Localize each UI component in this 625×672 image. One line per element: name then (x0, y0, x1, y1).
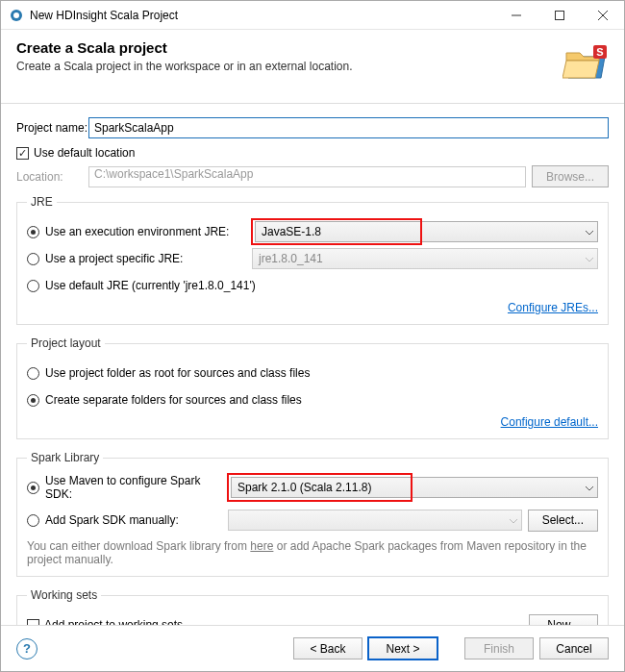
spark-manual-combo (228, 510, 522, 531)
button-bar: ? < Back Next > Finish Cancel (1, 625, 624, 671)
jre-project-specific-radio[interactable] (27, 253, 39, 265)
location-label: Location: (16, 170, 88, 184)
jre-default-label: Use default JRE (currently 'jre1.8.0_141… (45, 279, 256, 292)
maximize-button[interactable] (538, 1, 581, 29)
chevron-down-icon (586, 481, 593, 494)
working-sets-legend: Working sets (27, 588, 101, 602)
jre-project-specific-combo: jre1.8.0_141 (252, 248, 598, 269)
app-icon (9, 8, 24, 23)
back-button[interactable]: < Back (293, 637, 362, 660)
chevron-down-icon (586, 225, 593, 238)
browse-button: Browse... (532, 165, 609, 187)
use-default-location-label: Use default location (34, 146, 135, 160)
jre-group: JRE Use an execution environment JRE: Ja… (16, 195, 609, 325)
working-sets-new-button[interactable]: New... (529, 614, 598, 626)
folder-icon: S (562, 39, 609, 86)
minimize-button[interactable] (494, 1, 538, 29)
header-title: Create a Scala project (16, 39, 562, 56)
project-name-input[interactable] (88, 117, 609, 138)
layout-group: Project layout Use project folder as roo… (16, 336, 609, 439)
titlebar: New HDInsight Scala Project (1, 1, 624, 30)
configure-default-link[interactable]: Configure default... (501, 415, 598, 429)
spark-group: Spark Library Use Maven to configure Spa… (16, 451, 609, 577)
spark-maven-label: Use Maven to configure Spark SDK: (45, 474, 228, 501)
jre-legend: JRE (27, 195, 57, 209)
window-title: New HDInsight Scala Project (30, 9, 494, 22)
next-button[interactable]: Next > (368, 637, 438, 660)
layout-root-label: Use project folder as root for sources a… (45, 366, 310, 380)
jre-project-specific-label: Use a project specific JRE: (45, 252, 252, 265)
chevron-down-icon (586, 252, 593, 265)
dialog-header: Create a Scala project Create a Scala pr… (1, 30, 624, 104)
chevron-down-icon (510, 513, 517, 527)
finish-button: Finish (464, 637, 534, 660)
jre-exec-env-label: Use an execution environment JRE: (45, 225, 252, 238)
location-input: C:\workspace1\SparkScalaApp (88, 166, 526, 187)
jre-default-radio[interactable] (27, 280, 39, 292)
jre-exec-env-radio[interactable] (27, 226, 39, 238)
spark-here-link[interactable]: here (250, 539, 273, 553)
layout-root-radio[interactable] (27, 367, 39, 380)
project-name-label: Project name: (16, 121, 88, 135)
cancel-button[interactable]: Cancel (539, 637, 609, 660)
jre-exec-env-combo[interactable]: JavaSE-1.8 (255, 221, 418, 242)
layout-legend: Project layout (27, 336, 105, 350)
svg-point-1 (13, 12, 19, 18)
jre-exec-env-combo-ext[interactable] (418, 221, 598, 242)
spark-legend: Spark Library (27, 451, 103, 464)
spark-maven-radio[interactable] (27, 482, 39, 494)
header-subtitle: Create a Scala project in the workspace … (16, 60, 562, 73)
working-sets-group: Working sets Add project to working sets… (16, 588, 609, 625)
svg-text:S: S (596, 46, 603, 58)
layout-separate-radio[interactable] (27, 394, 39, 407)
use-default-location-checkbox[interactable] (16, 147, 29, 160)
spark-maven-combo-ext[interactable] (409, 477, 598, 498)
svg-rect-3 (555, 11, 563, 19)
spark-footnote: You can either download Spark library fr… (27, 539, 598, 566)
configure-jres-link[interactable]: Configure JREs... (508, 301, 598, 314)
layout-separate-label: Create separate folders for sources and … (45, 393, 302, 407)
spark-select-button[interactable]: Select... (528, 510, 598, 532)
spark-maven-combo[interactable]: Spark 2.1.0 (Scala 2.11.8) (231, 477, 409, 498)
working-sets-add-label: Add project to working sets (44, 618, 529, 625)
help-icon[interactable]: ? (16, 638, 38, 660)
spark-manual-label: Add Spark SDK manually: (45, 513, 228, 527)
close-button[interactable] (581, 1, 624, 29)
spark-manual-radio[interactable] (27, 514, 39, 527)
